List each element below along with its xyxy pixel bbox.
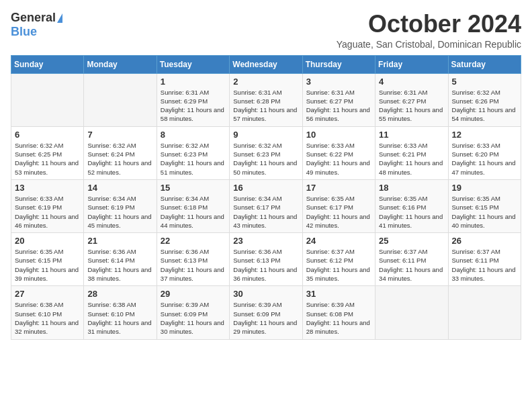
- day-info: Sunrise: 6:32 AMSunset: 6:25 PMDaylight:…: [15, 141, 80, 177]
- day-info: Sunrise: 6:35 AMSunset: 6:17 PMDaylight:…: [306, 194, 371, 230]
- day-info: Sunrise: 6:34 AMSunset: 6:18 PMDaylight:…: [161, 194, 226, 230]
- day-number: 20: [15, 236, 80, 246]
- day-info: Sunrise: 6:31 AMSunset: 6:28 PMDaylight:…: [233, 88, 298, 124]
- calendar-cell: [375, 286, 448, 339]
- day-number: 10: [306, 130, 371, 140]
- day-number: 31: [306, 289, 371, 299]
- logo-blue-text: Blue: [11, 25, 37, 39]
- calendar-cell: 30Sunrise: 6:39 AMSunset: 6:09 PMDayligh…: [230, 286, 302, 339]
- logo: General Blue: [11, 11, 62, 39]
- calendar-week-row: 27Sunrise: 6:38 AMSunset: 6:10 PMDayligh…: [11, 286, 521, 339]
- day-info: Sunrise: 6:32 AMSunset: 6:26 PMDaylight:…: [452, 88, 517, 124]
- calendar-cell: 5Sunrise: 6:32 AMSunset: 6:26 PMDaylight…: [448, 73, 521, 126]
- day-info: Sunrise: 6:32 AMSunset: 6:23 PMDaylight:…: [233, 141, 298, 177]
- day-info: Sunrise: 6:37 AMSunset: 6:11 PMDaylight:…: [379, 247, 444, 283]
- calendar-cell: 18Sunrise: 6:35 AMSunset: 6:16 PMDayligh…: [375, 179, 448, 232]
- day-info: Sunrise: 6:31 AMSunset: 6:27 PMDaylight:…: [306, 88, 371, 124]
- weekday-header-tuesday: Tuesday: [157, 55, 229, 73]
- day-number: 6: [15, 130, 80, 140]
- day-info: Sunrise: 6:36 AMSunset: 6:14 PMDaylight:…: [87, 247, 152, 283]
- calendar-cell: 1Sunrise: 6:31 AMSunset: 6:29 PMDaylight…: [157, 73, 229, 126]
- calendar-cell: 3Sunrise: 6:31 AMSunset: 6:27 PMDaylight…: [302, 73, 375, 126]
- calendar-cell: 23Sunrise: 6:36 AMSunset: 6:13 PMDayligh…: [230, 233, 302, 286]
- day-info: Sunrise: 6:36 AMSunset: 6:13 PMDaylight:…: [161, 247, 226, 283]
- day-info: Sunrise: 6:35 AMSunset: 6:15 PMDaylight:…: [452, 194, 517, 230]
- day-number: 3: [306, 77, 371, 87]
- day-number: 19: [452, 183, 517, 193]
- calendar-cell: 2Sunrise: 6:31 AMSunset: 6:28 PMDaylight…: [230, 73, 302, 126]
- title-area: October 2024 Yaguate, San Cristobal, Dom…: [337, 11, 521, 50]
- calendar-week-row: 13Sunrise: 6:33 AMSunset: 6:19 PMDayligh…: [11, 179, 521, 232]
- calendar-cell: 28Sunrise: 6:38 AMSunset: 6:10 PMDayligh…: [84, 286, 157, 339]
- day-number: 26: [452, 236, 517, 246]
- calendar-cell: 25Sunrise: 6:37 AMSunset: 6:11 PMDayligh…: [375, 233, 448, 286]
- day-number: 24: [306, 236, 371, 246]
- day-number: 17: [306, 183, 371, 193]
- day-number: 30: [233, 289, 298, 299]
- calendar-week-row: 6Sunrise: 6:32 AMSunset: 6:25 PMDaylight…: [11, 126, 521, 179]
- day-info: Sunrise: 6:39 AMSunset: 6:08 PMDaylight:…: [306, 300, 371, 336]
- day-number: 18: [379, 183, 444, 193]
- calendar-cell: 9Sunrise: 6:32 AMSunset: 6:23 PMDaylight…: [230, 126, 302, 179]
- calendar-cell: 4Sunrise: 6:31 AMSunset: 6:27 PMDaylight…: [375, 73, 448, 126]
- day-info: Sunrise: 6:32 AMSunset: 6:24 PMDaylight:…: [87, 141, 152, 177]
- calendar-cell: 15Sunrise: 6:34 AMSunset: 6:18 PMDayligh…: [157, 179, 229, 232]
- page-header: General Blue October 2024 Yaguate, San C…: [11, 11, 521, 50]
- calendar-cell: 26Sunrise: 6:37 AMSunset: 6:11 PMDayligh…: [448, 233, 521, 286]
- day-info: Sunrise: 6:31 AMSunset: 6:27 PMDaylight:…: [379, 88, 444, 124]
- day-number: 21: [87, 236, 152, 246]
- weekday-header-monday: Monday: [84, 55, 157, 73]
- calendar-table: SundayMondayTuesdayWednesdayThursdayFrid…: [11, 55, 521, 340]
- day-number: 23: [233, 236, 298, 246]
- day-info: Sunrise: 6:34 AMSunset: 6:17 PMDaylight:…: [233, 194, 298, 230]
- calendar-cell: 14Sunrise: 6:34 AMSunset: 6:19 PMDayligh…: [84, 179, 157, 232]
- weekday-header-saturday: Saturday: [448, 55, 521, 73]
- month-title: October 2024: [337, 11, 521, 38]
- calendar-week-row: 20Sunrise: 6:35 AMSunset: 6:15 PMDayligh…: [11, 233, 521, 286]
- logo-icon: [57, 13, 62, 23]
- calendar-cell: 16Sunrise: 6:34 AMSunset: 6:17 PMDayligh…: [230, 179, 302, 232]
- day-number: 12: [452, 130, 517, 140]
- calendar-cell: [448, 286, 521, 339]
- calendar-cell: [84, 73, 157, 126]
- day-number: 2: [233, 77, 298, 87]
- weekday-header-sunday: Sunday: [11, 55, 84, 73]
- calendar-cell: 11Sunrise: 6:33 AMSunset: 6:21 PMDayligh…: [375, 126, 448, 179]
- calendar-cell: 13Sunrise: 6:33 AMSunset: 6:19 PMDayligh…: [11, 179, 84, 232]
- day-info: Sunrise: 6:39 AMSunset: 6:09 PMDaylight:…: [161, 300, 226, 336]
- day-number: 25: [379, 236, 444, 246]
- day-info: Sunrise: 6:33 AMSunset: 6:22 PMDaylight:…: [306, 141, 371, 177]
- day-info: Sunrise: 6:37 AMSunset: 6:12 PMDaylight:…: [306, 247, 371, 283]
- calendar-cell: 10Sunrise: 6:33 AMSunset: 6:22 PMDayligh…: [302, 126, 375, 179]
- logo-general-text: General: [11, 11, 56, 25]
- calendar-cell: 20Sunrise: 6:35 AMSunset: 6:15 PMDayligh…: [11, 233, 84, 286]
- calendar-cell: 19Sunrise: 6:35 AMSunset: 6:15 PMDayligh…: [448, 179, 521, 232]
- day-info: Sunrise: 6:33 AMSunset: 6:21 PMDaylight:…: [379, 141, 444, 177]
- calendar-cell: 27Sunrise: 6:38 AMSunset: 6:10 PMDayligh…: [11, 286, 84, 339]
- day-number: 28: [87, 289, 152, 299]
- calendar-header-row: SundayMondayTuesdayWednesdayThursdayFrid…: [11, 55, 521, 73]
- calendar-cell: [11, 73, 84, 126]
- calendar-cell: 24Sunrise: 6:37 AMSunset: 6:12 PMDayligh…: [302, 233, 375, 286]
- day-number: 27: [15, 289, 80, 299]
- day-info: Sunrise: 6:35 AMSunset: 6:16 PMDaylight:…: [379, 194, 444, 230]
- weekday-header-wednesday: Wednesday: [230, 55, 302, 73]
- day-info: Sunrise: 6:34 AMSunset: 6:19 PMDaylight:…: [87, 194, 152, 230]
- calendar-cell: 12Sunrise: 6:33 AMSunset: 6:20 PMDayligh…: [448, 126, 521, 179]
- calendar-cell: 21Sunrise: 6:36 AMSunset: 6:14 PMDayligh…: [84, 233, 157, 286]
- day-info: Sunrise: 6:31 AMSunset: 6:29 PMDaylight:…: [161, 88, 226, 124]
- calendar-cell: 29Sunrise: 6:39 AMSunset: 6:09 PMDayligh…: [157, 286, 229, 339]
- day-number: 29: [161, 289, 226, 299]
- day-info: Sunrise: 6:38 AMSunset: 6:10 PMDaylight:…: [87, 300, 152, 336]
- location-text: Yaguate, San Cristobal, Dominican Republ…: [337, 39, 521, 50]
- calendar-cell: 22Sunrise: 6:36 AMSunset: 6:13 PMDayligh…: [157, 233, 229, 286]
- weekday-header-friday: Friday: [375, 55, 448, 73]
- day-number: 4: [379, 77, 444, 87]
- day-number: 9: [233, 130, 298, 140]
- day-info: Sunrise: 6:35 AMSunset: 6:15 PMDaylight:…: [15, 247, 80, 283]
- day-info: Sunrise: 6:32 AMSunset: 6:23 PMDaylight:…: [161, 141, 226, 177]
- calendar-cell: 17Sunrise: 6:35 AMSunset: 6:17 PMDayligh…: [302, 179, 375, 232]
- day-number: 22: [161, 236, 226, 246]
- day-number: 11: [379, 130, 444, 140]
- day-number: 13: [15, 183, 80, 193]
